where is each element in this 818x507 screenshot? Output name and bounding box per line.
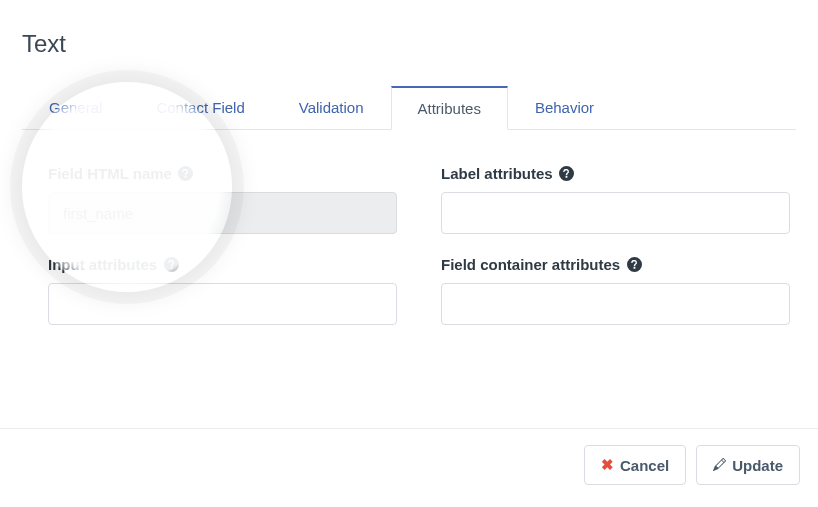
- form-area: Field HTML name Label attributes Input a…: [0, 130, 818, 325]
- tab-behavior[interactable]: Behavior: [508, 86, 621, 129]
- input-attributes-group: Input attributes: [48, 256, 397, 325]
- help-icon[interactable]: [559, 166, 575, 182]
- field-html-name-label: Field HTML name: [48, 165, 397, 182]
- cancel-button-label: Cancel: [620, 457, 669, 474]
- input-attributes-label: Input attributes: [48, 256, 397, 273]
- input-attributes-input[interactable]: [48, 283, 397, 325]
- footer: ✖ Cancel Update: [584, 445, 800, 485]
- close-icon: ✖: [601, 456, 614, 474]
- update-button[interactable]: Update: [696, 445, 800, 485]
- tab-contact-field[interactable]: Contact Field: [129, 86, 271, 129]
- pencil-icon: [713, 457, 726, 474]
- label-attributes-label: Label attributes: [441, 165, 790, 182]
- label-attributes-group: Label attributes: [441, 165, 790, 234]
- field-container-attributes-label-text: Field container attributes: [441, 256, 620, 273]
- update-button-label: Update: [732, 457, 783, 474]
- help-icon[interactable]: [626, 257, 642, 273]
- field-html-name-input[interactable]: [48, 192, 397, 234]
- label-attributes-input[interactable]: [441, 192, 790, 234]
- field-container-attributes-label: Field container attributes: [441, 256, 790, 273]
- help-icon[interactable]: [178, 166, 194, 182]
- tab-general[interactable]: General: [22, 86, 129, 129]
- field-container-attributes-input[interactable]: [441, 283, 790, 325]
- label-attributes-label-text: Label attributes: [441, 165, 553, 182]
- tab-validation[interactable]: Validation: [272, 86, 391, 129]
- tab-attributes[interactable]: Attributes: [391, 86, 508, 130]
- input-attributes-label-text: Input attributes: [48, 256, 157, 273]
- page-title: Text: [0, 0, 818, 58]
- field-html-name-group: Field HTML name: [48, 165, 397, 234]
- cancel-button[interactable]: ✖ Cancel: [584, 445, 686, 485]
- tab-bar: General Contact Field Validation Attribu…: [22, 86, 796, 130]
- field-html-name-label-text: Field HTML name: [48, 165, 172, 182]
- footer-divider: [0, 428, 818, 429]
- field-container-attributes-group: Field container attributes: [441, 256, 790, 325]
- help-icon[interactable]: [163, 257, 179, 273]
